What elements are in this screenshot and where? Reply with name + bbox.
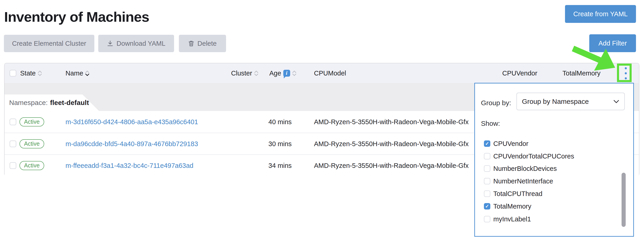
column-header-name[interactable]: Name xyxy=(66,63,89,83)
column-option-myinvlabel1[interactable]: myInvLabel1 xyxy=(484,215,531,223)
machine-name-link[interactable]: m-da96cdde-bfd5-4a40-897a-4676bb729183 xyxy=(66,140,198,147)
namespace-group-value: fleet-default xyxy=(50,99,89,107)
row-checkbox[interactable] xyxy=(10,118,16,125)
cpu-model-cell: AMD-Ryzen-5-3550H-with-Radeon-Vega-Mobil… xyxy=(314,162,468,169)
checkbox[interactable]: ✓ xyxy=(484,203,490,210)
download-yaml-label: Download YAML xyxy=(116,40,165,47)
machine-name-link[interactable]: m-3d16f650-d424-4806-aa5a-e435a96c6401 xyxy=(66,118,198,125)
age-cell: 40 mins xyxy=(268,118,292,126)
cpu-model-cell: AMD-Ryzen-5-3550H-with-Radeon-Vega-Mobil… xyxy=(314,118,468,126)
column-header-cluster[interactable]: Cluster xyxy=(231,63,258,83)
column-menu-kebab-button[interactable] xyxy=(619,66,632,80)
delete-label: Delete xyxy=(198,40,217,47)
column-option-numberblockdevices[interactable]: NumberBlockDevices xyxy=(484,165,557,172)
create-elemental-cluster-button[interactable]: Create Elemental Cluster xyxy=(4,35,94,52)
sort-icon xyxy=(38,71,42,76)
column-option-cpuvendor[interactable]: ✓ CPUVendor xyxy=(484,140,528,148)
age-cell: 34 mins xyxy=(268,162,292,169)
status-badge: Active xyxy=(20,139,44,148)
column-header-state[interactable]: State xyxy=(20,63,42,83)
status-badge: Active xyxy=(20,161,44,170)
checkbox[interactable]: ✓ xyxy=(484,140,490,147)
column-header-cpumodel: CPUModel xyxy=(314,63,346,83)
sort-icon-active-desc xyxy=(85,71,89,76)
column-option-totalmemory[interactable]: ✓ TotalMemory xyxy=(484,202,531,210)
show-label: Show: xyxy=(481,120,500,127)
age-info-icon[interactable]: i xyxy=(283,70,290,77)
create-from-yaml-button[interactable]: Create from YAML xyxy=(565,5,636,23)
column-header-cpuvendor: CPUVendor xyxy=(502,63,537,83)
page-title: Inventory of Machines xyxy=(4,9,149,25)
delete-button[interactable]: Delete xyxy=(179,35,226,52)
checkbox[interactable] xyxy=(484,153,490,159)
table-header-row: State Name Cluster xyxy=(4,63,639,83)
chevron-down-icon xyxy=(613,100,619,103)
column-option-numbernetinterface[interactable]: NumberNetInterface xyxy=(484,177,553,185)
download-yaml-button[interactable]: Download YAML xyxy=(98,35,174,52)
trash-icon xyxy=(188,40,194,47)
sort-icon xyxy=(254,71,258,76)
download-icon xyxy=(107,40,113,47)
inventory-page: Inventory of Machines Create from YAML C… xyxy=(0,0,644,247)
column-option-totalcputhread[interactable]: TotalCPUThread xyxy=(484,190,542,198)
sort-icon xyxy=(292,71,296,76)
namespace-group-label: Namespace: xyxy=(9,99,48,107)
status-badge: Active xyxy=(20,117,44,126)
checkbox[interactable] xyxy=(484,178,490,184)
group-by-selected-value: Group by Namespace xyxy=(522,98,613,105)
select-all-checkbox[interactable] xyxy=(10,70,16,77)
age-cell: 30 mins xyxy=(268,140,292,148)
cpu-model-cell: AMD-Ryzen-5-3550H-with-Radeon-Vega-Mobil… xyxy=(314,140,468,148)
checkbox[interactable] xyxy=(484,165,490,172)
checkbox[interactable] xyxy=(484,216,490,222)
namespace-group-tab: Namespace: fleet-default xyxy=(4,94,99,111)
row-checkbox[interactable] xyxy=(10,140,16,147)
machine-name-link[interactable]: m-ffeeeadd-f3a1-4a32-bc4c-711e497a63ad xyxy=(66,162,193,169)
add-filter-button[interactable]: Add Filter xyxy=(589,34,636,52)
column-header-age[interactable]: Age i xyxy=(269,63,296,83)
checkbox[interactable] xyxy=(484,191,490,197)
column-option-cpuvendortotalcpucores[interactable]: CPUVendorTotalCPUCores xyxy=(484,152,574,160)
row-checkbox[interactable] xyxy=(10,162,16,169)
group-by-label: Group by: xyxy=(481,99,511,107)
column-options-panel: Group by: Group by Namespace Show: ✓ CPU… xyxy=(474,83,634,237)
panel-scrollbar-thumb[interactable] xyxy=(622,173,626,227)
column-header-totalmemory: TotalMemory xyxy=(562,63,600,83)
group-by-select[interactable]: Group by Namespace xyxy=(516,93,625,110)
